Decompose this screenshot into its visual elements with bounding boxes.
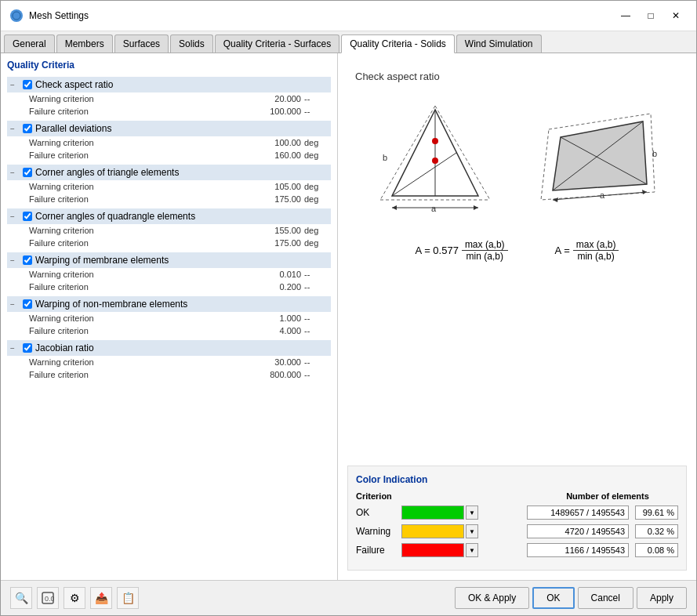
section-label-warp-nonmem: Warping of non-membrane elements (35, 299, 187, 310)
unit-aspect-failure: -- (304, 107, 328, 116)
warning-dropdown[interactable]: ▼ (466, 524, 478, 538)
color-row-warning: Warning ▼ (356, 524, 678, 538)
tab-bar: General Members Surfaces Solids Quality … (1, 31, 696, 53)
collapse-corner-tri[interactable]: − (10, 168, 20, 177)
ok-count[interactable] (527, 505, 629, 520)
val-aspect-failure: 100.000 (246, 107, 301, 116)
fraction-right: max (a,b) min (a,b) (573, 239, 619, 262)
svg-point-7 (432, 158, 438, 164)
svg-marker-12 (392, 205, 397, 210)
row-corner-quad-warning: Warning criterion 155.00 deg (7, 224, 331, 237)
row-parallel-warning: Warning criterion 100.00 deg (7, 136, 331, 149)
collapse-aspect-ratio[interactable]: − (10, 81, 20, 89)
ok-dropdown[interactable]: ▼ (466, 505, 478, 520)
section-header-corner-quad: − Corner angles of quadrangle elements (7, 208, 331, 224)
section-parallel: − Parallel deviations Warning criterion … (7, 121, 331, 161)
warning-label: Warning (356, 526, 395, 537)
app-icon (10, 9, 23, 22)
cancel-button[interactable]: Cancel (578, 587, 633, 609)
warning-color-bar (401, 524, 464, 538)
fraction-left: max (a,b) min (a,b) (462, 239, 508, 262)
window-title: Mesh Settings (29, 10, 608, 21)
collapse-jacobian[interactable]: − (10, 344, 20, 353)
left-panel: Quality Criteria − Check aspect ratio Wa… (1, 53, 338, 580)
collapse-corner-quad[interactable]: − (10, 212, 20, 221)
formula-right: A = max (a,b) min (a,b) (555, 239, 619, 262)
dialog-buttons: OK & Apply OK Cancel Apply (455, 587, 687, 609)
frac-right-num: max (a,b) (573, 239, 619, 251)
section-corner-quad: − Corner angles of quadrangle elements W… (7, 208, 331, 249)
checkbox-aspect-ratio[interactable] (23, 80, 32, 89)
ok-apply-button[interactable]: OK & Apply (455, 587, 529, 609)
tab-general[interactable]: General (4, 34, 55, 53)
checkbox-parallel[interactable] (23, 124, 32, 133)
formula-left: A = 0.577 max (a,b) min (a,b) (416, 239, 508, 262)
val-aspect-warning: 20.000 (246, 94, 301, 103)
svg-text:b: b (383, 153, 387, 162)
checkbox-warp-mem[interactable] (23, 255, 32, 265)
failure-count[interactable] (527, 543, 629, 557)
failure-pct (635, 543, 678, 557)
warning-pct (635, 524, 678, 538)
checkbox-warp-nonmem[interactable] (23, 299, 32, 309)
svg-text:0.0: 0.0 (45, 595, 54, 603)
section-label-parallel: Parallel deviations (35, 123, 111, 134)
row-jacobian-failure: Failure criterion 800.000 -- (7, 368, 331, 381)
maximize-button[interactable]: □ (640, 7, 662, 24)
row-corner-tri-failure: Failure criterion 175.00 deg (7, 193, 331, 205)
svg-text:b: b (652, 149, 657, 158)
svg-text:a: a (431, 204, 437, 213)
collapse-parallel[interactable]: − (10, 125, 20, 133)
tab-wind[interactable]: Wind Simulation (456, 34, 542, 53)
section-corner-tri: − Corner angles of triangle elements War… (7, 165, 331, 205)
settings-icon-btn[interactable]: ⚙ (64, 587, 85, 609)
unit-aspect-warning: -- (304, 94, 328, 103)
row-parallel-failure: Failure criterion 160.00 deg (7, 149, 331, 161)
row-corner-tri-warning: Warning criterion 105.00 deg (7, 180, 331, 193)
export-icon-btn[interactable]: 📤 (90, 587, 112, 609)
tab-members[interactable]: Members (56, 34, 113, 53)
row-warp-nonmem-failure: Failure criterion 4.000 -- (7, 324, 331, 337)
tab-qc-solids[interactable]: Quality Criteria - Solids (341, 34, 455, 53)
section-warp-nonmem: − Warping of non-membrane elements Warni… (7, 296, 331, 337)
warning-count[interactable] (527, 524, 629, 538)
bottom-toolbar: 🔍 0.0 ⚙ 📤 📋 (10, 587, 139, 609)
formula-right-prefix: A = (555, 245, 570, 256)
right-panel: Check aspect ratio (338, 53, 696, 580)
tab-solids[interactable]: Solids (170, 34, 213, 53)
close-button[interactable]: ✕ (665, 7, 687, 24)
ok-bar-container: ▼ (401, 505, 478, 520)
checkbox-corner-tri[interactable] (23, 168, 32, 177)
collapse-warp-mem[interactable]: − (10, 256, 20, 265)
checkbox-corner-quad[interactable] (23, 212, 32, 221)
minimize-button[interactable]: — (615, 7, 637, 24)
search-icon-btn[interactable]: 🔍 (10, 587, 32, 609)
ok-button[interactable]: OK (532, 587, 574, 609)
label-aspect-warning: Warning criterion (29, 94, 246, 103)
copy-icon-btn[interactable]: 📋 (117, 587, 139, 609)
color-table-header: Criterion Number of elements (356, 491, 678, 501)
apply-button[interactable]: Apply (637, 587, 687, 609)
elements-header: Number of elements (537, 491, 678, 501)
color-indication-panel: Color Indication Criterion Number of ele… (347, 466, 687, 571)
section-label-jacobian: Jacobian ratio (35, 342, 94, 353)
svg-line-2 (435, 106, 490, 200)
failure-dropdown[interactable]: ▼ (466, 543, 478, 557)
frac-left-den: min (a,b) (463, 251, 506, 262)
failure-bar-container: ▼ (401, 543, 478, 557)
counter-icon-btn[interactable]: 0.0 (37, 587, 59, 609)
color-row-ok: OK ▼ (356, 505, 678, 520)
left-panel-title: Quality Criteria (7, 60, 331, 71)
label-aspect-failure: Failure criterion (29, 107, 246, 116)
checkbox-jacobian[interactable] (23, 343, 32, 353)
row-aspect-failure: Failure criterion 100.000 -- (7, 105, 331, 118)
row-aspect-warning: Warning criterion 20.000 -- (7, 92, 331, 105)
collapse-warp-nonmem[interactable]: − (10, 300, 20, 309)
tab-surfaces[interactable]: Surfaces (114, 34, 169, 53)
svg-marker-21 (553, 197, 558, 202)
tab-qc-surfaces[interactable]: Quality Criteria - Surfaces (215, 34, 339, 53)
svg-point-8 (432, 138, 438, 144)
section-header-warp-mem: − Warping of membrane elements (7, 252, 331, 268)
criterion-header: Criterion (356, 491, 403, 501)
frac-left-num: max (a,b) (462, 239, 508, 251)
